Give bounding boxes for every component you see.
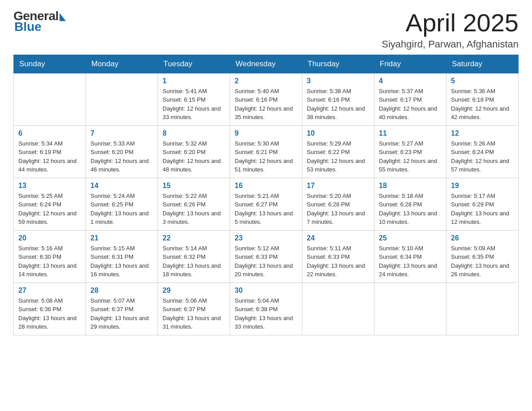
day-info: Sunrise: 5:29 AM Sunset: 6:22 PM Dayligh… [307,139,369,174]
day-info: Sunrise: 5:17 AM Sunset: 6:29 PM Dayligh… [451,192,514,227]
calendar-cell: 27Sunrise: 5:08 AM Sunset: 6:36 PM Dayli… [14,283,86,335]
calendar-cell: 6Sunrise: 5:34 AM Sunset: 6:19 PM Daylig… [14,125,86,178]
location-title: Siyahgird, Parwan, Afghanistan [382,39,519,50]
day-info: Sunrise: 5:08 AM Sunset: 6:36 PM Dayligh… [18,296,81,331]
day-number: 21 [90,234,153,242]
day-info: Sunrise: 5:14 AM Sunset: 6:32 PM Dayligh… [163,244,225,279]
calendar-cell [302,283,374,335]
day-info: Sunrise: 5:41 AM Sunset: 6:15 PM Dayligh… [163,87,225,122]
calendar-cell [86,73,158,125]
day-number: 9 [235,129,297,137]
logo-blue-text: Blue [14,20,42,34]
calendar-cell: 15Sunrise: 5:22 AM Sunset: 6:26 PM Dayli… [158,178,230,230]
day-info: Sunrise: 5:24 AM Sunset: 6:25 PM Dayligh… [90,192,153,227]
calendar-week-row: 1Sunrise: 5:41 AM Sunset: 6:15 PM Daylig… [14,73,519,125]
calendar-cell: 7Sunrise: 5:33 AM Sunset: 6:20 PM Daylig… [86,125,158,178]
day-info: Sunrise: 5:20 AM Sunset: 6:28 PM Dayligh… [307,192,369,227]
day-info: Sunrise: 5:15 AM Sunset: 6:31 PM Dayligh… [90,244,153,279]
day-number: 13 [18,182,81,190]
day-number: 30 [235,287,297,295]
day-info: Sunrise: 5:36 AM Sunset: 6:18 PM Dayligh… [451,87,514,122]
calendar-cell: 28Sunrise: 5:07 AM Sunset: 6:37 PM Dayli… [86,283,158,335]
calendar-cell [374,283,446,335]
calendar-cell: 11Sunrise: 5:27 AM Sunset: 6:23 PM Dayli… [374,125,446,178]
day-number: 4 [379,77,442,85]
day-info: Sunrise: 5:07 AM Sunset: 6:37 PM Dayligh… [90,296,153,331]
calendar-table: SundayMondayTuesdayWednesdayThursdayFrid… [13,55,519,335]
day-info: Sunrise: 5:40 AM Sunset: 6:16 PM Dayligh… [235,87,297,122]
page-header: General Blue April 2025 Siyahgird, Parwa… [13,9,519,50]
calendar-cell: 23Sunrise: 5:12 AM Sunset: 6:33 PM Dayli… [230,230,302,283]
day-info: Sunrise: 5:38 AM Sunset: 6:16 PM Dayligh… [307,87,369,122]
day-number: 28 [90,287,153,295]
day-number: 20 [18,234,81,242]
day-info: Sunrise: 5:21 AM Sunset: 6:27 PM Dayligh… [235,192,297,227]
day-of-week-header: Saturday [446,55,519,73]
calendar-cell: 13Sunrise: 5:25 AM Sunset: 6:24 PM Dayli… [14,178,86,230]
day-info: Sunrise: 5:12 AM Sunset: 6:33 PM Dayligh… [235,244,297,279]
calendar-cell: 29Sunrise: 5:06 AM Sunset: 6:37 PM Dayli… [158,283,230,335]
calendar-cell: 24Sunrise: 5:11 AM Sunset: 6:33 PM Dayli… [302,230,374,283]
calendar-week-row: 6Sunrise: 5:34 AM Sunset: 6:19 PM Daylig… [14,125,519,178]
logo: General Blue [13,9,66,34]
day-number: 15 [163,182,225,190]
day-number: 1 [163,77,225,85]
calendar-cell: 16Sunrise: 5:21 AM Sunset: 6:27 PM Dayli… [230,178,302,230]
calendar-cell: 17Sunrise: 5:20 AM Sunset: 6:28 PM Dayli… [302,178,374,230]
day-number: 16 [235,182,297,190]
calendar-cell: 30Sunrise: 5:04 AM Sunset: 6:38 PM Dayli… [230,283,302,335]
calendar-cell [14,73,86,125]
day-info: Sunrise: 5:37 AM Sunset: 6:17 PM Dayligh… [379,87,442,122]
month-title: April 2025 [382,9,519,37]
day-number: 27 [18,287,81,295]
day-info: Sunrise: 5:18 AM Sunset: 6:28 PM Dayligh… [379,192,442,227]
calendar-cell [446,283,519,335]
day-number: 22 [163,234,225,242]
calendar-cell: 8Sunrise: 5:32 AM Sunset: 6:20 PM Daylig… [158,125,230,178]
title-area: April 2025 Siyahgird, Parwan, Afghanista… [382,9,519,50]
calendar-week-row: 27Sunrise: 5:08 AM Sunset: 6:36 PM Dayli… [14,283,519,335]
day-of-week-header: Friday [374,55,446,73]
day-info: Sunrise: 5:04 AM Sunset: 6:38 PM Dayligh… [235,296,297,331]
logo-arrow-icon [60,13,66,21]
day-of-week-header: Sunday [14,55,86,73]
day-number: 29 [163,287,225,295]
day-of-week-header: Thursday [302,55,374,73]
day-number: 10 [307,129,369,137]
calendar-week-row: 13Sunrise: 5:25 AM Sunset: 6:24 PM Dayli… [14,178,519,230]
day-info: Sunrise: 5:10 AM Sunset: 6:34 PM Dayligh… [379,244,442,279]
day-info: Sunrise: 5:27 AM Sunset: 6:23 PM Dayligh… [379,139,442,174]
calendar-cell: 10Sunrise: 5:29 AM Sunset: 6:22 PM Dayli… [302,125,374,178]
day-info: Sunrise: 5:32 AM Sunset: 6:20 PM Dayligh… [163,139,225,174]
calendar-cell: 26Sunrise: 5:09 AM Sunset: 6:35 PM Dayli… [446,230,519,283]
day-info: Sunrise: 5:26 AM Sunset: 6:24 PM Dayligh… [451,139,514,174]
day-number: 25 [379,234,442,242]
calendar-cell: 1Sunrise: 5:41 AM Sunset: 6:15 PM Daylig… [158,73,230,125]
day-of-week-header: Wednesday [230,55,302,73]
day-number: 18 [379,182,442,190]
day-info: Sunrise: 5:22 AM Sunset: 6:26 PM Dayligh… [163,192,225,227]
day-number: 12 [451,129,514,137]
day-of-week-header: Monday [86,55,158,73]
day-info: Sunrise: 5:33 AM Sunset: 6:20 PM Dayligh… [90,139,153,174]
day-number: 24 [307,234,369,242]
day-number: 3 [307,77,369,85]
calendar-cell: 18Sunrise: 5:18 AM Sunset: 6:28 PM Dayli… [374,178,446,230]
calendar-cell: 21Sunrise: 5:15 AM Sunset: 6:31 PM Dayli… [86,230,158,283]
day-number: 14 [90,182,153,190]
day-info: Sunrise: 5:34 AM Sunset: 6:19 PM Dayligh… [18,139,81,174]
calendar-cell: 25Sunrise: 5:10 AM Sunset: 6:34 PM Dayli… [374,230,446,283]
day-info: Sunrise: 5:06 AM Sunset: 6:37 PM Dayligh… [163,296,225,331]
day-number: 8 [163,129,225,137]
calendar-cell: 19Sunrise: 5:17 AM Sunset: 6:29 PM Dayli… [446,178,519,230]
calendar-cell: 12Sunrise: 5:26 AM Sunset: 6:24 PM Dayli… [446,125,519,178]
calendar-cell: 20Sunrise: 5:16 AM Sunset: 6:30 PM Dayli… [14,230,86,283]
day-number: 2 [235,77,297,85]
day-of-week-header: Tuesday [158,55,230,73]
day-number: 6 [18,129,81,137]
day-number: 7 [90,129,153,137]
day-number: 5 [451,77,514,85]
day-number: 11 [379,129,442,137]
day-number: 17 [307,182,369,190]
calendar-week-row: 20Sunrise: 5:16 AM Sunset: 6:30 PM Dayli… [14,230,519,283]
